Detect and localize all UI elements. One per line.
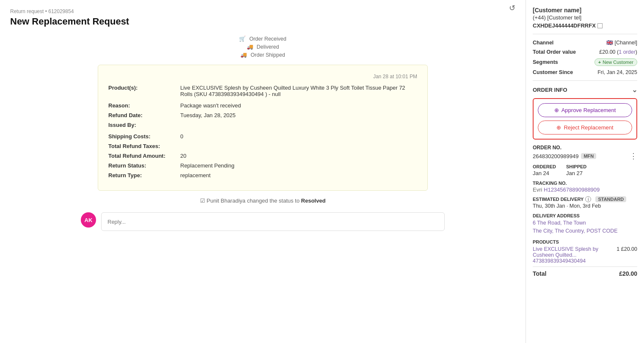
order-info-label: ORDER INFO [533,87,567,93]
order-no-section: ORDER NO. 264830200989949 MFN ⋮ [533,145,637,161]
timeline-order-received: 🛒 Order Received [239,36,286,42]
total-order-label: Total Order value [533,49,576,55]
refund-date-value: Tuesday, Jan 28, 2025 [180,112,236,118]
products-label: PRODUCTS [533,239,637,244]
approve-icon: ⊕ [554,107,559,113]
status-change-line: ☑ Punit Bharadiya changed the status to … [10,198,515,204]
total-order-link[interactable]: 1 order [619,49,636,55]
ordered-value: Jan 24 [533,170,556,176]
product-qty-price: 1 £20.00 [616,246,637,252]
channel-flag: 🇬🇧 [606,40,613,46]
channel-value: 🇬🇧 [Channel] [606,39,637,46]
truck-icon: 🚚 [247,44,253,50]
channel-label: Channel [533,40,571,46]
more-options-button[interactable]: ⋮ [630,151,637,161]
copy-icon[interactable] [597,23,603,28]
customer-since-value: Fri, Jan 24, 2025 [597,69,637,75]
return-status-label: Return Status: [108,162,180,169]
mfn-badge: MFN [581,153,596,159]
tracking-section: TRACKING NO. Evri H12345678890988909 [533,181,637,193]
total-label: Total [533,270,546,277]
avatar: AK [81,212,96,228]
divider-2 [533,80,637,81]
breadcrumb: Return request • 612029854 [10,8,515,14]
customer-tel: (+44) [Customer tel] [533,14,637,21]
estimated-delivery-dates: Thu, 30th Jan · Mon, 3rd Feb [533,203,637,209]
timeline: 🛒 Order Received 🚚 Delivered 🚚 Order Shi… [10,36,515,58]
reject-icon: ⊕ [556,124,561,131]
return-status-value: Replacement Pending [180,162,234,169]
total-refund-taxes-label: Total Refund Taxes: [108,143,180,149]
total-refund-amount-value: 20 [180,153,186,159]
segments-value: New Customer [594,58,637,66]
delivery-address-label: DELIVERY ADDRESS [533,213,637,218]
page-title: New Replacement Request [10,16,129,27]
order-info-header: ORDER INFO ⌄ [533,86,637,94]
segments-row: Segments New Customer [533,58,637,66]
channel-row: Channel 🇬🇧 [Channel] [533,39,637,46]
shipped-col: SHIPPED Jan 27 [566,164,586,176]
refresh-button[interactable]: ↺ [509,3,515,13]
check-icon: ☑ [200,198,205,204]
tracking-carrier: Evri [533,187,542,193]
estimated-delivery-section: ESTIMATED DELIVERY i STANDARD Thu, 30th … [533,196,637,209]
customer-since-row: Customer Since Fri, Jan 24, 2025 [533,69,637,75]
reason-label: Reason: [108,102,180,109]
delivery-address-value: 6 The Road, The Town The City, The Count… [533,219,637,235]
truck-icon-2: 🚚 [240,52,247,58]
chevron-down-icon[interactable]: ⌄ [632,86,637,94]
tracking-label: TRACKING NO. [533,181,637,186]
total-refund-amount-label: Total Refund Amount: [108,153,180,159]
timeline-shipped: 🚚 Order Shipped [240,52,285,58]
total-row: Total £20.00 [533,266,637,277]
info-icon: i [585,196,591,202]
new-customer-badge: New Customer [594,58,637,66]
ordered-label: ORDERED [533,164,556,169]
reply-area: AK [81,212,445,231]
return-type-value: replacement [180,172,211,178]
reject-replacement-button[interactable]: ⊕ Reject Replacement [538,121,632,134]
total-value: £20.00 [619,270,637,277]
return-card: Jan 28 at 10:01 PM Product(s): Live EXCL… [98,65,428,191]
order-no-row: 264830200989949 MFN ⋮ [533,151,637,161]
timeline-delivered: 🚚 Delivered [247,44,279,50]
customer-name: [Customer name] [533,7,637,14]
cart-icon: 🛒 [239,36,246,42]
customer-since-label: Customer Since [533,69,573,75]
product-name: Live EXCLUSIVE Splesh by Cusheen Quilted… [533,246,613,264]
delivery-address-section: DELIVERY ADDRESS 6 The Road, The Town Th… [533,213,637,235]
ordered-col: ORDERED Jan 24 [533,164,556,176]
product-row: Live EXCLUSIVE Splesh by Cusheen Quilted… [533,246,637,264]
shipped-label: SHIPPED [566,164,586,169]
reason-value: Package wasn't received [180,102,241,109]
dates-row: ORDERED Jan 24 SHIPPED Jan 27 [533,164,637,176]
estimated-delivery-label: ESTIMATED DELIVERY i STANDARD [533,196,637,202]
tracking-link[interactable]: H12345678890988909 [544,187,600,193]
divider-1 [533,34,637,34]
order-no-label: ORDER NO. [533,145,637,151]
shipping-costs-value: 0 [180,133,183,140]
card-date: Jan 28 at 10:01 PM [108,74,417,80]
action-section: ⊕ Approve Replacement ⊕ Reject Replaceme… [533,98,637,140]
product-value: Live EXCLUSIVE Splesh by Cusheen Quilted… [180,85,417,97]
product-label: Product(s): [108,85,180,97]
total-order-value: £20.00 (1 order) [599,49,637,55]
products-section: PRODUCTS Live EXCLUSIVE Splesh by Cushee… [533,239,637,277]
order-no-value: 264830200989949 [533,153,578,159]
total-order-row: Total Order value £20.00 (1 order) [533,49,637,55]
status-value: Resolved [301,198,326,204]
standard-badge: STANDARD [595,196,626,202]
shipping-costs-label: Shipping Costs: [108,133,180,140]
refund-date-label: Refund Date: [108,112,180,118]
segments-label: Segments [533,59,571,65]
customer-code: CXHDEJ444444DFRRFX [533,22,596,29]
tracking-value: Evri H12345678890988909 [533,187,637,193]
return-type-label: Return Type: [108,172,180,178]
sidebar: [Customer name] (+44) [Customer tel] CXH… [526,0,644,343]
shipped-value: Jan 27 [566,170,586,176]
approve-replacement-button[interactable]: ⊕ Approve Replacement [538,103,632,117]
reply-input[interactable] [101,212,445,231]
issued-by-label: Issued By: [108,122,180,128]
